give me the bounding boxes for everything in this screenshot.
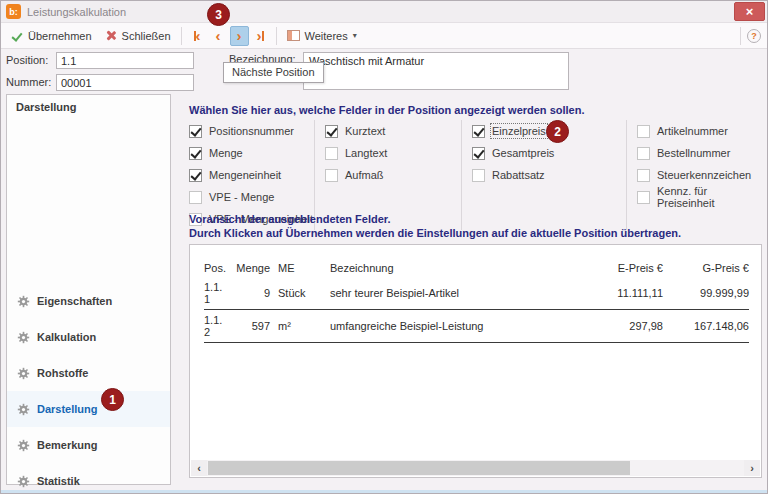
checkbox-label: Gesamtpreis <box>492 147 554 159</box>
field-checkbox-item: Langtext <box>325 142 461 164</box>
sidebar: Darstellung Eigenschaften Ka <box>6 94 171 485</box>
annotation-badge-1: 1 <box>101 388 124 411</box>
position-input[interactable] <box>56 52 194 69</box>
checkbox-einzelpreis[interactable] <box>472 125 485 138</box>
scroll-left-icon[interactable]: ‹ <box>191 460 207 476</box>
window-close-button[interactable]: × <box>734 2 765 21</box>
field-checkbox-item: Gesamtpreis <box>472 142 626 164</box>
col-header-pos: Pos. <box>204 262 232 274</box>
checkbox-label: Kennz. für Preiseinheit <box>657 185 763 209</box>
close-button-label: Schließen <box>122 30 171 42</box>
cell-epreis: 297,98 <box>583 320 663 332</box>
checkbox-rabattsatz[interactable] <box>472 169 485 182</box>
field-checkbox-item: Mengeneinheit <box>189 164 314 186</box>
checkbox-menge[interactable] <box>189 147 202 160</box>
field-checkbox-item: Aufmaß <box>325 164 461 186</box>
form-icon <box>287 30 300 41</box>
col-header-menge: Menge <box>232 262 270 274</box>
checkbox-label: Langtext <box>345 147 387 159</box>
toolbar-separator <box>740 27 741 45</box>
app-window: b: Leistungskalkulation × Übernehmen Sch… <box>0 0 768 494</box>
gear-icon <box>17 367 30 380</box>
preview-heading-1: Voransicht der ausgeblendeten Felder. <box>189 213 391 225</box>
checkbox-steuerkennzeichen[interactable] <box>637 169 650 182</box>
sidebar-item-kalkulation[interactable]: Kalkulation <box>7 319 170 355</box>
window-title: Leistungskalkulation <box>27 6 126 18</box>
field-selection-heading: Wählen Sie hier aus, welche Felder in de… <box>189 104 584 116</box>
weiteres-dropdown-button[interactable]: Weiteres ▾ <box>283 28 361 44</box>
nav-first-button[interactable]: ‹ <box>188 26 207 46</box>
gear-icon <box>17 439 30 452</box>
scrollbar-track[interactable] <box>207 460 744 476</box>
checkbox-label: Aufmaß <box>345 169 384 181</box>
description-textarea[interactable]: Waschtisch mit Armatur <box>303 52 569 90</box>
scroll-right-icon[interactable]: › <box>744 460 760 476</box>
cell-bezeichnung: umfangreiche Beispiel-Leistung <box>318 320 583 332</box>
record-navigation: ‹ ‹ › › <box>188 26 270 46</box>
checkbox-aufmaß[interactable] <box>325 169 338 182</box>
checkbox-langtext[interactable] <box>325 147 338 160</box>
checkbox-kurztext[interactable] <box>325 125 338 138</box>
table-row: 1.1.1 9 Stück sehr teurer Beispiel-Artik… <box>204 277 749 310</box>
cell-menge: 597 <box>232 320 270 332</box>
checkbox-label: Menge <box>209 147 243 159</box>
sidebar-item-bemerkung[interactable]: Bemerkung <box>7 427 170 463</box>
col-header-me: ME <box>270 262 318 274</box>
checkbox-label: Steuerkennzeichen <box>657 169 751 181</box>
checkbox-bestellnummer[interactable] <box>637 147 650 160</box>
checkbox-gesamtpreis[interactable] <box>472 147 485 160</box>
toolbar: Übernehmen Schließen ‹ ‹ › › Weiteres ▾ <box>1 23 767 49</box>
toolbar-separator <box>181 27 182 45</box>
close-button[interactable]: Schließen <box>102 28 175 44</box>
close-icon: × <box>746 4 754 19</box>
sidebar-item-darstellung[interactable]: Darstellung <box>7 391 170 427</box>
checkbox-label: Einzelpreis <box>492 125 546 137</box>
apply-button[interactable]: Übernehmen <box>7 28 96 44</box>
chevron-down-icon: ▾ <box>353 31 357 40</box>
nav-previous-button[interactable]: ‹ <box>209 26 228 46</box>
title-bar: b: Leistungskalkulation × <box>1 1 767 23</box>
window-bottom-edge <box>1 490 767 493</box>
checkbox-artikelnummer[interactable] <box>637 125 650 138</box>
cell-menge: 9 <box>232 287 270 299</box>
nav-last-button[interactable]: › <box>251 26 270 46</box>
cell-gpreis: 167.148,06 <box>663 320 749 332</box>
sidebar-item-label: Bemerkung <box>37 439 98 451</box>
horizontal-scrollbar[interactable]: ‹ › <box>191 460 760 476</box>
preview-panel: Pos. Menge ME Bezeichnung E-Preis € G-Pr… <box>189 244 762 478</box>
checkbox-column: Einzelpreis Gesamtpreis Rabattsatz <box>461 120 626 230</box>
chevron-left-icon: ‹ <box>216 27 221 44</box>
apply-button-label: Übernehmen <box>28 30 92 42</box>
preview-table: Pos. Menge ME Bezeichnung E-Preis € G-Pr… <box>204 259 749 343</box>
field-checkbox-item: Menge <box>189 142 314 164</box>
col-header-gpreis: G-Preis € <box>663 262 749 274</box>
cell-epreis: 11.111,11 <box>583 287 663 299</box>
sidebar-item-eigenschaften[interactable]: Eigenschaften <box>7 283 170 319</box>
number-input[interactable] <box>56 74 194 91</box>
checkbox-label: Positionsnummer <box>209 125 294 137</box>
tooltip-naechste-position: Nächste Position <box>223 62 324 83</box>
checkbox-column: Artikelnummer Bestellnummer Steuerkennze… <box>626 120 763 230</box>
checkbox-label: Rabattsatz <box>492 169 545 181</box>
field-checkbox-item: VPE - Menge <box>189 186 314 208</box>
field-checkbox-item: Positionsnummer <box>189 120 314 142</box>
position-form: Position: Nummer: Bezeichnung: Waschtisc… <box>1 49 767 94</box>
checkbox-positionsnummer[interactable] <box>189 125 202 138</box>
cell-pos: 1.1.2 <box>204 314 232 338</box>
checkbox-vpe-menge[interactable] <box>189 191 202 204</box>
checkbox-mengeneinheit[interactable] <box>189 169 202 182</box>
field-checkbox-item: Kurztext <box>325 120 461 142</box>
gear-icon <box>17 403 30 416</box>
sidebar-items: Eigenschaften Kalkulation Rohs <box>7 283 170 494</box>
col-header-epreis: E-Preis € <box>583 262 663 274</box>
field-checkbox-item: Steuerkennzeichen <box>637 164 763 186</box>
checkbox-label: Mengeneinheit <box>209 169 281 181</box>
sidebar-item-rohstoffe[interactable]: Rohstoffe <box>7 355 170 391</box>
scrollbar-thumb[interactable] <box>208 461 630 475</box>
sidebar-item-label: Kalkulation <box>37 331 96 343</box>
checkbox-kennz-für-preiseinheit[interactable] <box>637 191 650 204</box>
nav-next-button[interactable]: › <box>230 26 249 46</box>
help-icon[interactable]: ? <box>747 29 761 43</box>
sidebar-item-label: Statistik <box>37 475 80 487</box>
x-icon <box>106 30 117 41</box>
